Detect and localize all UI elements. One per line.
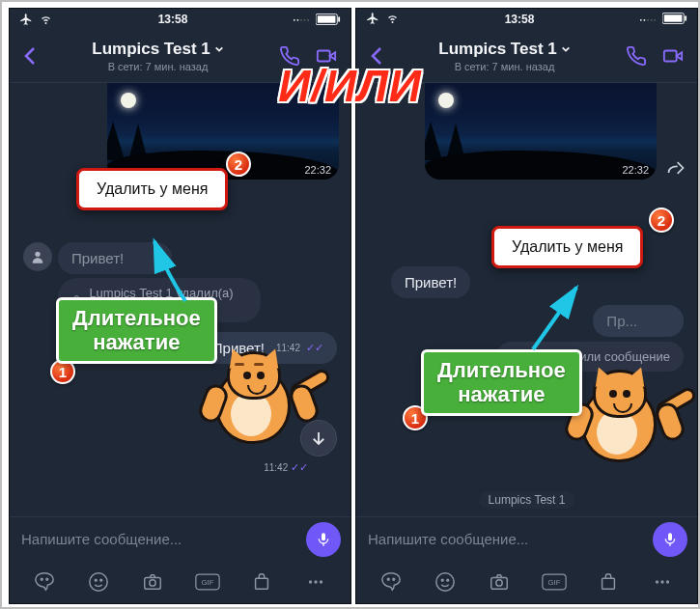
svg-point-17: [150, 580, 155, 586]
svg-point-1: [296, 19, 298, 21]
svg-point-24: [640, 19, 642, 21]
airplane-mode-icon: [366, 12, 379, 28]
svg-point-9: [35, 252, 40, 257]
long-press-callout: Длительноенажатие: [56, 297, 217, 364]
chevron-down-icon: [561, 44, 571, 54]
chat-title[interactable]: Lumpics Test 1: [92, 40, 224, 59]
annotation-or-label: И/ИЛИ: [278, 60, 422, 112]
chat-subtitle: В сети: 7 мин. назад: [46, 61, 269, 72]
video-call-button[interactable]: [657, 40, 689, 72]
chevron-down-icon: [214, 44, 224, 54]
signal-icon: [293, 13, 310, 26]
svg-point-46: [666, 580, 669, 583]
avatar[interactable]: [23, 242, 52, 271]
svg-rect-20: [255, 578, 267, 589]
svg-point-12: [46, 578, 48, 580]
svg-point-25: [643, 19, 645, 21]
svg-point-14: [96, 579, 98, 581]
shop-button[interactable]: [594, 571, 623, 593]
input-placeholder: Напишите сообщение...: [21, 531, 182, 547]
incoming-message[interactable]: Привет!: [391, 266, 470, 298]
chat-area[interactable]: 22:32 Сегодня Привет! Пр... Вы удалили с…: [356, 83, 697, 516]
svg-point-45: [660, 580, 663, 583]
message-input[interactable]: Напишите сообщение...: [366, 525, 647, 553]
mic-button[interactable]: [306, 522, 341, 557]
camera-button[interactable]: [485, 571, 514, 593]
shop-button[interactable]: [247, 571, 276, 593]
photo-timestamp: 22:32: [304, 164, 331, 176]
delete-popup-text: Удалить у меня: [97, 180, 208, 197]
svg-rect-31: [685, 15, 686, 21]
svg-rect-33: [668, 533, 672, 540]
svg-point-27: [651, 19, 653, 21]
camera-button[interactable]: [138, 571, 167, 593]
sticker-picker-button[interactable]: [30, 571, 59, 593]
svg-text:GIF: GIF: [201, 578, 213, 587]
attachment-bar: GIF: [10, 561, 350, 603]
signal-icon: [639, 13, 657, 26]
outgoing-message[interactable]: Пр...: [593, 305, 684, 337]
svg-rect-7: [338, 16, 340, 22]
gif-button[interactable]: GIF: [540, 571, 569, 593]
gif-button[interactable]: GIF: [193, 571, 222, 593]
chat-title-text: Lumpics Test 1: [92, 40, 210, 59]
attachment-bar: GIF: [356, 561, 697, 603]
sticker-message[interactable]: [572, 366, 678, 477]
svg-point-3: [304, 19, 306, 21]
svg-point-38: [447, 579, 449, 581]
svg-point-37: [442, 579, 444, 581]
svg-point-15: [100, 579, 102, 581]
photo-timestamp: 22:32: [622, 164, 649, 176]
chat-title[interactable]: Lumpics Test 1: [438, 40, 571, 59]
svg-point-36: [436, 573, 454, 591]
incoming-message[interactable]: Привет!: [58, 242, 172, 274]
svg-point-40: [496, 580, 502, 586]
svg-point-26: [647, 19, 649, 21]
more-button[interactable]: [648, 571, 677, 593]
photo-message[interactable]: 22:32: [425, 83, 657, 180]
wifi-icon: [39, 14, 53, 25]
svg-point-22: [314, 580, 317, 583]
svg-point-4: [307, 19, 309, 21]
more-button[interactable]: [301, 571, 330, 593]
delete-for-me-popup[interactable]: Удалить у меня: [491, 226, 643, 268]
emoji-button[interactable]: [431, 571, 460, 593]
voice-call-button[interactable]: [620, 40, 653, 72]
sticker-message[interactable]: 11:42 ✓✓: [206, 347, 312, 458]
emoji-button[interactable]: [84, 571, 113, 593]
outgoing-text: Пр...: [606, 313, 637, 329]
message-input[interactable]: Напишите сообщение...: [19, 525, 300, 553]
svg-rect-10: [322, 533, 325, 540]
long-press-callout: Длительноенажатие: [421, 349, 582, 416]
svg-point-21: [309, 580, 312, 583]
chat-title-text: Lumpics Test 1: [438, 40, 557, 59]
svg-point-35: [393, 578, 395, 580]
status-time: 13:58: [158, 13, 188, 26]
forward-icon[interactable]: [664, 158, 687, 181]
mic-button[interactable]: [653, 522, 687, 557]
svg-point-11: [41, 578, 42, 580]
read-checks-icon: ✓✓: [291, 461, 308, 473]
svg-point-23: [320, 580, 322, 583]
sticker-picker-button[interactable]: [377, 571, 406, 593]
annotation-badge-2: 2: [226, 152, 251, 177]
svg-rect-30: [664, 14, 683, 21]
battery-icon: [662, 13, 687, 27]
contact-footer: Lumpics Test 1: [479, 491, 575, 509]
svg-point-44: [656, 580, 658, 583]
back-button[interactable]: [17, 42, 42, 70]
scroll-down-button[interactable]: [300, 420, 337, 457]
airplane-mode-icon: [19, 13, 33, 26]
annotation-badge-2: 2: [649, 208, 674, 233]
delete-for-me-popup[interactable]: Удалить у меня: [76, 168, 228, 210]
chat-subtitle: В сети: 7 мин. назад: [393, 61, 616, 72]
status-bar: 13:58: [10, 9, 350, 30]
input-placeholder: Напишите сообщение...: [368, 531, 528, 547]
status-time: 13:58: [505, 13, 535, 26]
input-bar: Напишите сообщение...: [10, 516, 350, 561]
svg-point-2: [300, 19, 302, 21]
svg-text:GIF: GIF: [547, 578, 560, 587]
svg-point-28: [654, 19, 656, 21]
svg-point-0: [294, 19, 295, 21]
input-bar: Напишите сообщение...: [356, 516, 697, 561]
